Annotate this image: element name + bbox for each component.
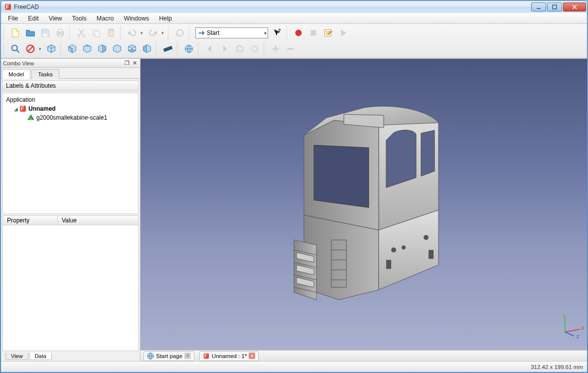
style-dropdown[interactable]: ▾ [37, 46, 43, 51]
svg-point-38 [424, 235, 429, 240]
viewer-tab-start[interactable]: Start page × [144, 351, 194, 361]
svg-rect-5 [43, 34, 47, 37]
tree-object-label: g2000smallekabine-scale1 [36, 114, 107, 121]
toolbar-area: ▾ ▾ Start ▾ ? ▾ [1, 24, 587, 58]
svg-line-42 [565, 329, 580, 332]
menu-edit[interactable]: Edit [23, 14, 44, 23]
macro-record-button[interactable] [292, 26, 305, 40]
view-iso-button[interactable] [44, 42, 58, 56]
tree-object[interactable]: g2000smallekabine-scale1 [4, 113, 137, 122]
cut-button[interactable] [74, 26, 88, 40]
menu-windows[interactable]: Windows [119, 14, 154, 23]
axis-y-label: y [563, 313, 566, 319]
view-top-button[interactable] [80, 42, 94, 56]
macro-play-button[interactable] [336, 26, 350, 40]
status-dimensions: 312.42 x 199.61 mm [531, 364, 583, 370]
measure-button[interactable] [161, 42, 175, 56]
svg-point-10 [83, 35, 85, 37]
property-header: Property Value [2, 215, 139, 225]
whats-this-button[interactable]: ? [271, 26, 285, 40]
redo-button[interactable] [146, 26, 160, 40]
property-col-value[interactable]: Value [58, 216, 81, 225]
tree-root-label: Application [6, 96, 35, 103]
nav-refresh-button[interactable] [233, 42, 247, 56]
disable-button[interactable] [23, 42, 37, 56]
undo-dropdown[interactable]: ▾ [139, 30, 145, 35]
view-rear-button[interactable] [110, 42, 124, 56]
zoom-in-button[interactable] [269, 42, 283, 56]
3d-viewport[interactable]: y x z [141, 59, 587, 350]
axis-x-label: x [582, 325, 584, 331]
labels-attributes-header: Labels & Attributes [2, 80, 139, 91]
workbench-label: Start [207, 29, 219, 36]
viewer-tab-start-label: Start page [156, 353, 182, 359]
web-home-button[interactable] [182, 42, 196, 56]
menu-file[interactable]: File [3, 14, 23, 23]
combo-view-titlebar[interactable]: Combo View ❐ ✕ [1, 59, 140, 68]
view-front-button[interactable] [65, 42, 79, 56]
document-icon [19, 105, 27, 113]
zoom-out-button[interactable] [284, 42, 297, 56]
tab-close-icon[interactable]: × [184, 353, 191, 359]
redo-dropdown[interactable]: ▾ [159, 30, 165, 35]
combo-view-panel: Combo View ❐ ✕ Model Tasks Labels & Attr… [1, 59, 141, 361]
panel-close-icon[interactable]: ✕ [132, 60, 138, 66]
tab-tasks[interactable]: Tasks [31, 69, 59, 79]
minimize-button[interactable] [531, 2, 546, 11]
svg-rect-39 [386, 260, 391, 269]
paste-button[interactable] [104, 26, 118, 40]
property-panel: Property Value View Data [2, 215, 139, 360]
tab-close-icon[interactable]: × [249, 353, 255, 359]
svg-rect-2 [553, 5, 557, 9]
toolbar-row-1: ▾ ▾ Start ▾ ? [2, 25, 586, 41]
refresh-button[interactable] [173, 26, 187, 40]
menubar: File Edit View Tools Macro Windows Help [1, 13, 587, 24]
view-right-button[interactable] [95, 42, 109, 56]
tree-document[interactable]: ◢ Unnamed [4, 104, 137, 113]
svg-rect-8 [58, 34, 62, 37]
svg-rect-12 [95, 31, 99, 36]
print-button[interactable] [53, 26, 67, 40]
menu-macro[interactable]: Macro [92, 14, 119, 23]
undo-button[interactable] [125, 26, 139, 40]
viewer-tabs: Start page × Unnamed : 1* × [141, 350, 587, 361]
menu-help[interactable]: Help [154, 14, 177, 23]
view-bottom-button[interactable] [125, 42, 139, 56]
app-icon [4, 3, 12, 11]
toolbar-row-2: ▾ [2, 41, 586, 57]
save-button[interactable] [38, 26, 52, 40]
maximize-button[interactable] [547, 2, 562, 11]
view-left-button[interactable] [140, 42, 154, 56]
zoom-fit-button[interactable] [8, 42, 22, 56]
viewport-wrap: y x z Start page × Unnamed : 1* × [141, 59, 587, 361]
nav-back-button[interactable] [203, 42, 217, 56]
titlebar[interactable]: FreeCAD [1, 1, 587, 13]
svg-rect-22 [163, 46, 172, 52]
tab-model[interactable]: Model [2, 69, 30, 79]
prop-tab-data[interactable]: Data [29, 353, 52, 360]
viewer-tab-document-label: Unnamed : 1* [212, 353, 247, 359]
property-col-property[interactable]: Property [3, 216, 58, 225]
model-tree[interactable]: Application ◢ Unnamed g2000smallekabine-… [2, 93, 139, 214]
macro-edit-button[interactable] [321, 26, 335, 40]
menu-view[interactable]: View [44, 14, 67, 23]
tree-collapse-icon[interactable]: ◢ [13, 106, 19, 112]
combo-view-title: Combo View [3, 60, 34, 66]
prop-tab-view[interactable]: View [5, 353, 28, 360]
new-file-button[interactable] [8, 26, 22, 40]
tree-root[interactable]: Application [4, 95, 137, 104]
open-file-button[interactable] [23, 26, 37, 40]
main-area: Combo View ❐ ✕ Model Tasks Labels & Attr… [1, 58, 587, 361]
close-button[interactable] [563, 2, 586, 11]
nav-stop-button[interactable] [248, 42, 262, 56]
property-body[interactable] [2, 225, 139, 351]
viewer-tab-document[interactable]: Unnamed : 1* × [199, 351, 259, 361]
combo-view-tabs: Model Tasks [1, 68, 140, 79]
workbench-selector[interactable]: Start ▾ [195, 27, 268, 38]
macro-stop-button[interactable] [306, 26, 320, 40]
nav-forward-button[interactable] [218, 42, 232, 56]
statusbar: 312.42 x 199.61 mm [1, 361, 587, 372]
copy-button[interactable] [89, 26, 103, 40]
menu-tools[interactable]: Tools [67, 14, 92, 23]
dock-undock-icon[interactable]: ❐ [124, 60, 131, 66]
